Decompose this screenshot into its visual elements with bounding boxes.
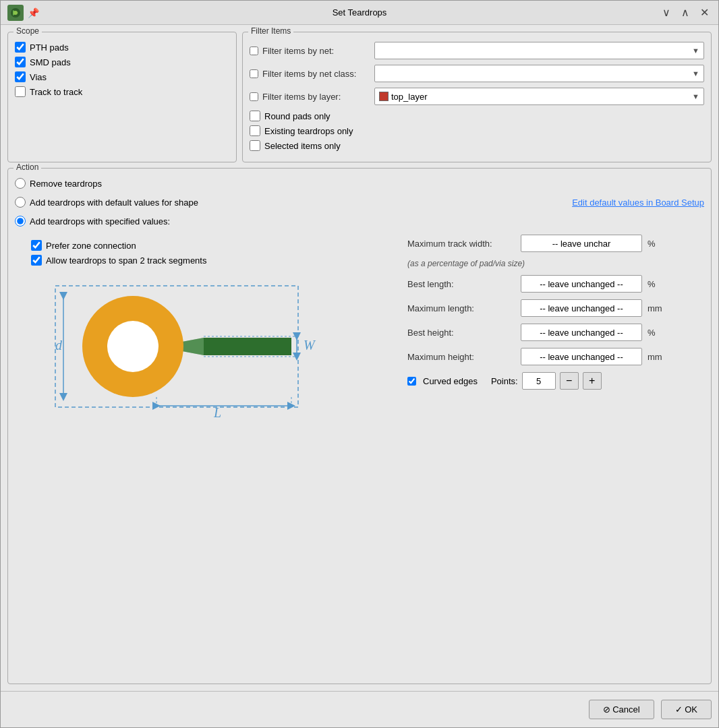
track-to-track-label: Track to track [30, 87, 82, 97]
filter-by-net-label: Filter items by net: [262, 46, 370, 56]
cancel-button[interactable]: ⊘ Cancel [589, 700, 654, 719]
filter-by-layer-checkbox[interactable] [250, 92, 258, 101]
smd-pads-label: SMD pads [30, 57, 71, 67]
pth-pads-row: PTH pads [15, 42, 229, 53]
best-height-input[interactable] [521, 324, 642, 341]
filter-by-net-select[interactable]: ▼ [374, 42, 704, 59]
filter-by-net-class-checkbox[interactable] [250, 69, 258, 78]
best-length-label: Best length: [407, 279, 515, 289]
existing-teardrops-only-label: Existing teardrops only [264, 126, 353, 136]
selected-items-only-label: Selected items only [264, 141, 341, 151]
max-height-unit: mm [648, 352, 662, 362]
pth-pads-label: PTH pads [30, 42, 69, 53]
action-content: Prefer zone connection Allow teardrops t… [15, 235, 704, 421]
prefer-zone-checkbox[interactable] [31, 240, 42, 251]
best-height-row: Best height: % [407, 324, 704, 341]
smd-pads-checkbox[interactable] [15, 57, 26, 67]
best-height-unit: % [648, 328, 661, 338]
points-label: Points: [491, 376, 518, 386]
filter-label: Filter Items [248, 26, 293, 36]
add-specified-radio[interactable] [15, 216, 26, 226]
svg-rect-4 [204, 338, 291, 355]
points-minus-button[interactable]: − [560, 372, 579, 390]
points-control: Points: − + [491, 372, 602, 390]
allow-span-label: Allow teardrops to span 2 track segments [46, 255, 206, 266]
round-pads-only-checkbox[interactable] [250, 111, 260, 121]
filter-by-net-class-label: Filter items by net class: [262, 69, 370, 79]
svg-text:d: d [55, 338, 63, 353]
max-track-width-input[interactable] [521, 235, 642, 252]
layer-color-swatch [379, 92, 389, 101]
svg-point-8 [107, 321, 159, 372]
set-teardrops-window: 📌 Set Teardrops ∨ ∧ ✕ Scope PTH pads SMD… [0, 0, 719, 728]
filter-by-layer-inner: top_layer [379, 92, 692, 102]
action-label: Action [13, 162, 41, 172]
max-track-width-row: Maximum track width: % [407, 235, 704, 252]
titlebar: 📌 Set Teardrops ∨ ∧ ✕ [1, 1, 718, 25]
vias-checkbox[interactable] [15, 71, 26, 82]
max-length-label: Maximum length: [407, 303, 515, 313]
maximize-button[interactable]: ∧ [679, 5, 692, 20]
filter-group: Filter Items Filter items by net: ▼ Filt… [242, 32, 712, 162]
best-height-label: Best height: [407, 328, 515, 338]
titlebar-left: 📌 [7, 5, 39, 21]
selected-items-only-checkbox[interactable] [250, 140, 260, 151]
edit-default-link[interactable]: Edit default values in Board Setup [572, 198, 704, 208]
allow-span-row: Allow teardrops to span 2 track segments [31, 255, 394, 266]
filter-by-layer-row: Filter items by layer: top_layer ▼ [250, 88, 704, 105]
prefer-zone-label: Prefer zone connection [46, 241, 136, 251]
max-length-input[interactable] [521, 299, 642, 317]
best-length-input[interactable] [521, 275, 642, 293]
max-height-row: Maximum height: mm [407, 348, 704, 365]
pth-pads-checkbox[interactable] [15, 42, 26, 53]
prefer-zone-row: Prefer zone connection [31, 240, 394, 251]
points-plus-button[interactable]: + [583, 372, 602, 390]
filter-by-net-checkbox[interactable] [250, 47, 258, 55]
existing-teardrops-only-checkbox[interactable] [250, 125, 260, 136]
track-to-track-checkbox[interactable] [15, 86, 26, 97]
teardrop-diagram: d W L [15, 272, 325, 421]
filter-by-net-class-row: Filter items by net class: ▼ [250, 65, 704, 82]
filter-by-net-chevron: ▼ [692, 47, 699, 55]
ok-button[interactable]: ✓ OK [661, 700, 712, 719]
vias-row: Vias [15, 71, 229, 82]
svg-text:L: L [213, 405, 221, 420]
svg-text:W: W [304, 338, 316, 353]
existing-teardrops-only-row: Existing teardrops only [250, 125, 704, 136]
minimize-button[interactable]: ∨ [660, 5, 673, 20]
max-length-unit: mm [648, 303, 662, 313]
scope-label: Scope [13, 26, 42, 36]
pin-icon: 📌 [28, 7, 39, 18]
svg-point-2 [13, 11, 18, 15]
points-input[interactable] [522, 372, 556, 390]
max-height-input[interactable] [521, 348, 642, 365]
top-section: Scope PTH pads SMD pads Vias Track to tr… [7, 32, 712, 162]
filter-by-layer-label: Filter items by layer: [262, 92, 370, 102]
footer: ⊘ Cancel ✓ OK [1, 691, 718, 727]
remove-teardrops-label: Remove teardrops [30, 179, 102, 189]
best-length-unit: % [648, 279, 661, 289]
curved-edges-label: Curved edges [423, 376, 478, 386]
remove-teardrops-row: Remove teardrops [15, 178, 704, 189]
selected-items-only-row: Selected items only [250, 140, 704, 151]
specified-options: Prefer zone connection Allow teardrops t… [31, 240, 394, 266]
remove-teardrops-radio[interactable] [15, 178, 26, 189]
filter-by-net-row: Filter items by net: ▼ [250, 42, 704, 59]
max-height-label: Maximum height: [407, 352, 515, 362]
content-area: Scope PTH pads SMD pads Vias Track to tr… [1, 25, 718, 691]
add-specified-row: Add teardrops with specified values: [15, 216, 704, 226]
max-track-width-label: Maximum track width: [407, 239, 515, 249]
close-button[interactable]: ✕ [697, 5, 712, 20]
filter-by-layer-select[interactable]: top_layer ▼ [374, 88, 704, 105]
filter-by-net-class-select[interactable]: ▼ [374, 65, 704, 82]
percentage-note: (as a percentage of pad/via size) [407, 259, 704, 268]
max-length-row: Maximum length: mm [407, 299, 704, 317]
curved-edges-checkbox[interactable] [407, 377, 416, 386]
add-default-radio[interactable] [15, 197, 26, 208]
filter-by-net-class-chevron: ▼ [692, 69, 699, 78]
add-default-row: Add teardrops with default values for sh… [15, 197, 198, 208]
allow-span-checkbox[interactable] [31, 255, 42, 266]
action-right: Maximum track width: % (as a percentage … [407, 235, 704, 421]
titlebar-controls: ∨ ∧ ✕ [660, 5, 712, 20]
action-group: Action Remove teardrops Add teardrops wi… [7, 168, 712, 684]
